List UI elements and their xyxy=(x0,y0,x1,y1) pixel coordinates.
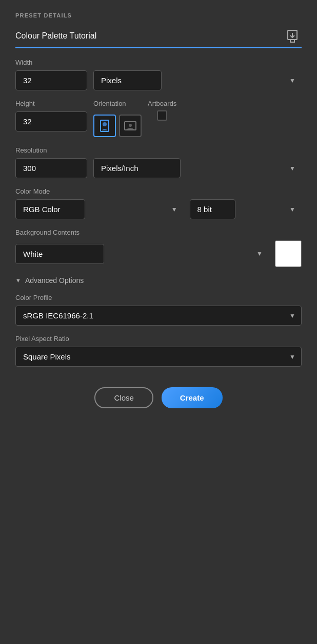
pixel-aspect-ratio-label: Pixel Aspect Ratio xyxy=(15,335,302,343)
background-row: White Black Background Color Transparent… xyxy=(15,240,302,267)
background-contents-label: Background Contents xyxy=(15,229,302,236)
artboards-subgroup: Artboards xyxy=(148,100,176,121)
color-mode-label: Color Mode xyxy=(15,187,302,195)
resolution-row: Pixels/Inch Pixels/Centimeter ▼ xyxy=(15,158,302,178)
landscape-button[interactable] xyxy=(119,115,142,137)
artboards-checkbox[interactable] xyxy=(157,110,167,121)
background-contents-select[interactable]: White Black Background Color Transparent… xyxy=(15,244,104,264)
background-contents-wrapper: White Black Background Color Transparent… xyxy=(15,244,269,264)
color-bit-select[interactable]: 8 bit 16 bit 32 bit xyxy=(190,199,235,219)
pixel-aspect-ratio-wrapper: Square Pixels D1/DV NTSC (0.91) D1/DV PA… xyxy=(15,347,302,367)
width-input[interactable] xyxy=(15,70,87,90)
color-mode-group: Color Mode RGB Color CMYK Color Grayscal… xyxy=(15,187,302,219)
preset-name-input[interactable] xyxy=(15,29,283,43)
background-color-swatch[interactable] xyxy=(275,240,302,267)
height-orientation-row: Height Orientation xyxy=(15,100,302,137)
height-input[interactable] xyxy=(15,111,87,131)
color-profile-select[interactable]: sRGB IEC61966-2.1 Adobe RGB (1998) ProPh… xyxy=(15,306,302,326)
orientation-label: Orientation xyxy=(93,100,142,107)
advanced-options-toggle[interactable]: ▼ Advanced Options xyxy=(15,276,302,285)
height-subgroup: Height xyxy=(15,100,87,131)
artboards-label: Artboards xyxy=(148,100,176,107)
resolution-unit-chevron: ▼ xyxy=(289,165,295,172)
bottom-buttons: Close Create xyxy=(15,387,302,408)
pixel-aspect-ratio-group: Pixel Aspect Ratio Square Pixels D1/DV N… xyxy=(15,335,302,367)
color-profile-wrapper: sRGB IEC61966-2.1 Adobe RGB (1998) ProPh… xyxy=(15,306,302,326)
resolution-label: Resolution xyxy=(15,146,302,154)
background-contents-group: Background Contents White Black Backgrou… xyxy=(15,229,302,267)
resolution-input[interactable] xyxy=(15,158,87,178)
pixel-aspect-ratio-select[interactable]: Square Pixels D1/DV NTSC (0.91) D1/DV PA… xyxy=(15,347,302,367)
color-mode-wrapper: RGB Color CMYK Color Grayscale Lab Color… xyxy=(15,199,184,219)
color-profile-group: Color Profile sRGB IEC61966-2.1 Adobe RG… xyxy=(15,294,302,326)
width-label: Width xyxy=(15,59,302,66)
height-orientation-group: Height Orientation xyxy=(15,100,302,137)
color-profile-label: Color Profile xyxy=(15,294,302,301)
preset-name-row xyxy=(15,27,302,48)
landscape-icon xyxy=(124,120,137,131)
orientation-subgroup: Orientation xyxy=(93,100,142,137)
close-button[interactable]: Close xyxy=(94,387,153,408)
background-contents-chevron: ▼ xyxy=(256,250,263,257)
height-label: Height xyxy=(15,100,87,107)
svg-point-5 xyxy=(129,124,132,127)
svg-point-3 xyxy=(103,122,107,126)
color-bit-chevron: ▼ xyxy=(289,206,295,213)
color-mode-select[interactable]: RGB Color CMYK Color Grayscale Lab Color… xyxy=(15,199,85,219)
save-icon xyxy=(285,29,300,43)
advanced-options-chevron-icon: ▼ xyxy=(15,277,21,283)
advanced-options-label: Advanced Options xyxy=(25,276,84,285)
resolution-unit-select[interactable]: Pixels/Inch Pixels/Centimeter xyxy=(93,158,181,178)
orientation-buttons xyxy=(93,115,142,137)
resolution-unit-wrapper: Pixels/Inch Pixels/Centimeter ▼ xyxy=(93,158,302,178)
save-preset-button[interactable] xyxy=(283,27,302,45)
width-height-row: Pixels Inches Centimeters Millimeters ▼ xyxy=(15,70,302,90)
color-mode-row: RGB Color CMYK Color Grayscale Lab Color… xyxy=(15,199,302,219)
width-unit-wrapper: Pixels Inches Centimeters Millimeters ▼ xyxy=(93,70,302,90)
section-label: PRESET DETAILS xyxy=(15,12,302,18)
width-group: Width Pixels Inches Centimeters Millimet… xyxy=(15,59,302,90)
color-bit-wrapper: 8 bit 16 bit 32 bit ▼ xyxy=(190,199,302,219)
width-unit-chevron: ▼ xyxy=(289,77,295,84)
portrait-button[interactable] xyxy=(93,115,116,137)
resolution-group: Resolution Pixels/Inch Pixels/Centimeter… xyxy=(15,146,302,178)
color-mode-chevron: ▼ xyxy=(171,206,177,213)
width-unit-select[interactable]: Pixels Inches Centimeters Millimeters xyxy=(93,70,162,90)
create-button[interactable]: Create xyxy=(162,387,223,408)
portrait-icon xyxy=(99,119,110,132)
